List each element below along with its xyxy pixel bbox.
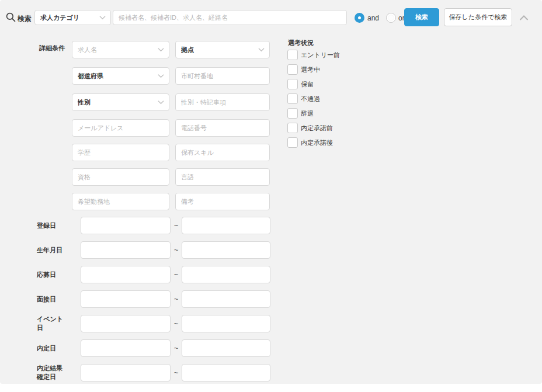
checkbox[interactable] xyxy=(287,64,298,75)
selection-status-label: 選考状況 xyxy=(288,39,314,47)
job-category-select[interactable]: 求人カテゴリ xyxy=(34,10,111,25)
and-radio-label: and xyxy=(367,14,379,22)
education-input[interactable] xyxy=(72,144,169,161)
chevron-down-icon xyxy=(158,100,164,105)
checkbox[interactable] xyxy=(287,108,298,119)
gender-select-value: 性別 xyxy=(78,98,158,107)
birth-date-from-input[interactable] xyxy=(81,241,171,259)
chevron-down-icon xyxy=(99,15,106,20)
phone-input[interactable] xyxy=(175,119,270,137)
remarks-input[interactable] xyxy=(175,193,270,210)
interview-date-label: 面接日 xyxy=(37,290,67,308)
checkbox[interactable] xyxy=(287,137,298,148)
and-radio[interactable] xyxy=(355,13,364,23)
checkbox[interactable] xyxy=(287,123,298,133)
application-date-to-input[interactable] xyxy=(182,266,270,283)
email-input[interactable] xyxy=(72,119,169,137)
application-date-label: 応募日 xyxy=(37,266,67,283)
offer-result-date-label: 内定結果確定日 xyxy=(37,364,67,381)
skills-input[interactable] xyxy=(175,144,270,161)
birth-date-label: 生年月日 xyxy=(37,241,67,259)
offer-date-to-input[interactable] xyxy=(182,339,270,357)
chevron-down-icon xyxy=(158,74,164,78)
chevron-down-icon xyxy=(258,47,265,52)
registration-date-to-input[interactable] xyxy=(182,217,270,234)
languages-input[interactable] xyxy=(175,168,270,186)
gender-notes-input[interactable] xyxy=(175,93,270,111)
checkbox[interactable] xyxy=(287,93,298,104)
chevron-down-icon xyxy=(158,47,164,52)
range-separator: ~ xyxy=(171,368,182,377)
range-separator: ~ xyxy=(171,294,182,303)
status-option-post-offer-acceptance[interactable]: 内定承諾後 xyxy=(287,137,333,148)
prefecture-select-value: 都道府県 xyxy=(78,72,158,81)
keyword-search-input[interactable] xyxy=(113,10,347,25)
event-date-label: イベント日 xyxy=(37,315,67,332)
chevron-up-icon xyxy=(519,15,529,21)
range-separator: ~ xyxy=(171,319,182,328)
search-icon xyxy=(5,12,16,23)
offer-date-label: 内定日 xyxy=(37,339,67,357)
job-category-select-value: 求人カテゴリ xyxy=(40,13,99,22)
status-option-in-screening[interactable]: 選考中 xyxy=(287,64,320,75)
range-separator: ~ xyxy=(171,344,182,352)
birth-date-to-input[interactable] xyxy=(182,241,270,259)
interview-date-from-input[interactable] xyxy=(81,290,171,308)
location-select-value: 拠点 xyxy=(181,46,258,54)
job-name-select-value: 求人名 xyxy=(78,46,158,54)
prefecture-select[interactable]: 都道府県 xyxy=(72,67,169,85)
interview-date-to-input[interactable] xyxy=(182,290,270,308)
detail-conditions-label: 詳細条件 xyxy=(39,44,65,53)
offer-result-date-from-input[interactable] xyxy=(81,364,171,381)
gender-select[interactable]: 性別 xyxy=(72,93,169,111)
collapse-panel-control[interactable] xyxy=(519,13,529,22)
qualifications-input[interactable] xyxy=(72,168,169,186)
status-option-declined[interactable]: 辞退 xyxy=(287,108,314,119)
offer-result-date-to-input[interactable] xyxy=(182,364,270,381)
checkbox[interactable] xyxy=(287,79,298,89)
range-separator: ~ xyxy=(171,221,182,230)
saved-conditions-search-button[interactable]: 保存した条件で検索 xyxy=(444,8,512,26)
range-separator: ~ xyxy=(171,245,182,254)
search-label: 検索 xyxy=(18,14,32,24)
preferred-location-input[interactable] xyxy=(72,193,169,210)
status-option-pre-offer-acceptance[interactable]: 内定承諾前 xyxy=(287,123,333,133)
job-name-select[interactable]: 求人名 xyxy=(72,41,169,58)
advanced-search-panel: 検索 求人カテゴリ and or 検索 保存した条件で検索 詳細条件 求人名 拠… xyxy=(0,0,542,384)
location-select[interactable]: 拠点 xyxy=(175,41,270,58)
registration-date-label: 登録日 xyxy=(37,217,67,234)
offer-date-from-input[interactable] xyxy=(81,339,171,357)
or-radio[interactable] xyxy=(386,13,396,23)
event-date-to-input[interactable] xyxy=(182,315,270,332)
search-panel-page: 検索 求人カテゴリ and or 検索 保存した条件で検索 詳細条件 求人名 拠… xyxy=(0,0,542,392)
event-date-from-input[interactable] xyxy=(81,315,171,332)
status-option-on-hold[interactable]: 保留 xyxy=(287,79,314,89)
checkbox[interactable] xyxy=(287,50,298,60)
search-button[interactable]: 検索 xyxy=(404,8,439,26)
application-date-from-input[interactable] xyxy=(81,266,171,283)
registration-date-from-input[interactable] xyxy=(81,217,171,234)
status-option-rejected[interactable]: 不通過 xyxy=(287,93,320,104)
range-separator: ~ xyxy=(171,270,182,279)
status-option-pre-entry[interactable]: エントリー前 xyxy=(287,50,340,60)
city-address-input[interactable] xyxy=(175,67,270,85)
